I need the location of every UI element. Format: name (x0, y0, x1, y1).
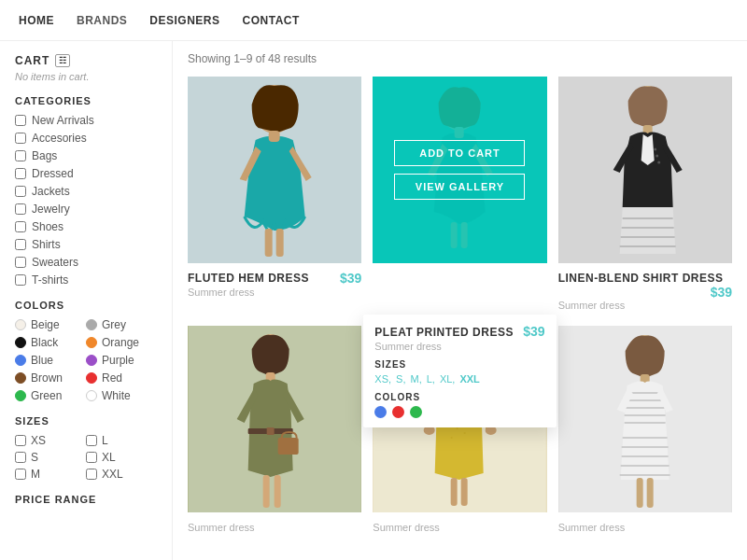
product-image-4 (188, 326, 361, 512)
product-price-1: $39 (340, 271, 361, 286)
popup-color-green[interactable] (410, 406, 422, 418)
svg-rect-26 (263, 475, 270, 508)
svg-rect-2 (269, 131, 280, 142)
popup-colors-label: COLORS (374, 392, 544, 402)
popup-sizes-label: SIZES (374, 359, 544, 370)
categories-title: CATEGORIES (15, 95, 157, 106)
svg-rect-41 (461, 478, 468, 506)
cart-title: CART ☷ (15, 54, 157, 67)
product-type-6: Summer dress (558, 522, 732, 533)
product-card-4[interactable]: Summer dress (188, 326, 361, 537)
cart-icon[interactable]: ☷ (55, 54, 70, 67)
sizes-title: SIZES (15, 415, 157, 427)
products-grid: FLUTED HEM DRESS $39 Summer dress (188, 77, 732, 537)
main-nav: HOME BRANDS DESIGNERS CONTACT (0, 0, 747, 41)
svg-rect-24 (267, 427, 275, 435)
popup-color-red[interactable] (392, 406, 404, 418)
color-black[interactable]: Black (15, 336, 86, 349)
product-type-5: Summer dress (373, 522, 546, 533)
price-range-title: PRICE RANGE (15, 494, 157, 505)
category-tshirts[interactable]: T-shirts (15, 273, 157, 287)
svg-point-18 (657, 161, 660, 164)
product-info-3: LINEN-BLEND SHIRT DRESS $39 Summer dress (558, 263, 732, 315)
category-dressed[interactable]: Dressed (15, 167, 157, 180)
results-count: Showing 1–9 of 48 results (188, 52, 732, 65)
svg-point-37 (464, 432, 466, 434)
size-xxl[interactable]: XXL (86, 468, 157, 481)
sizes-grid: XS L S XL M XXL (15, 434, 157, 481)
product-type-3: Summer dress (558, 300, 732, 311)
nav-home[interactable]: HOME (19, 14, 54, 27)
popup-product-name: PLEAT PRINTED DRESS (374, 326, 514, 339)
sizes-section: SIZES XS L S XL M XXL (15, 415, 157, 481)
svg-rect-3 (265, 229, 273, 257)
size-l[interactable]: L (86, 434, 157, 447)
sidebar: CART ☷ No items in cart. CATEGORIES New … (0, 41, 173, 560)
color-red[interactable]: Red (86, 371, 157, 385)
svg-rect-27 (275, 475, 281, 508)
popup-product-type: Summer dress (374, 341, 544, 352)
category-shirts[interactable]: Shirts (15, 238, 157, 251)
size-xl[interactable]: XL (86, 451, 157, 464)
nav-designers[interactable]: DESIGNERS (149, 14, 219, 27)
svg-rect-56 (646, 478, 653, 508)
product-overlay-2: ADD TO CART VIEW GALLERY (373, 77, 546, 263)
category-jackets[interactable]: Jackets (15, 185, 157, 198)
size-xs[interactable]: XS (15, 434, 86, 447)
product-image-2: ADD TO CART VIEW GALLERY (373, 77, 546, 263)
cart-section: CART ☷ No items in cart. (15, 54, 157, 82)
category-sweaters[interactable]: Sweaters (15, 256, 157, 269)
popup-product-price: $39 (523, 324, 544, 339)
color-green[interactable]: Green (15, 389, 86, 402)
color-purple[interactable]: Purple (86, 354, 157, 367)
product-image-6 (558, 326, 732, 512)
product-card-6[interactable]: Summer dress (558, 326, 732, 537)
category-accesories[interactable]: Accesories (15, 132, 157, 145)
color-blue[interactable]: Blue (15, 354, 86, 367)
product-card-3[interactable]: LINEN-BLEND SHIRT DRESS $39 Summer dress (558, 77, 732, 315)
popup-sizes: XS, S, M, L, XL, XXL (374, 373, 544, 385)
product-info-6: Summer dress (558, 512, 732, 537)
popup-color-blue[interactable] (374, 406, 387, 418)
add-to-cart-button[interactable]: ADD TO CART (394, 140, 525, 166)
view-gallery-button[interactable]: VIEW GALLERY (394, 174, 525, 200)
nav-contact[interactable]: CONTACT (243, 14, 300, 27)
cart-empty-text: No items in cart. (15, 71, 157, 82)
category-shoes[interactable]: Shoes (15, 220, 157, 233)
colors-grid: Beige Grey Black Orange Blue Purple Brow… (15, 318, 157, 402)
svg-point-36 (451, 437, 453, 439)
svg-rect-25 (278, 438, 299, 455)
category-jewelry[interactable]: Jewelry (15, 203, 157, 216)
svg-rect-40 (451, 478, 458, 506)
product-image-3 (558, 77, 732, 263)
colors-title: COLORS (15, 300, 157, 311)
category-new-arrivals[interactable]: New Arrivals (15, 114, 157, 127)
product-info-1: FLUTED HEM DRESS $39 Summer dress (188, 263, 361, 301)
product-image-1 (188, 77, 361, 263)
product-type-1: Summer dress (188, 287, 361, 298)
product-card-2[interactable]: ADD TO CART VIEW GALLERY PLEAT PRINTED D… (373, 77, 546, 315)
color-orange[interactable]: Orange (86, 336, 157, 349)
popup-colors (374, 406, 544, 418)
color-brown[interactable]: Brown (15, 371, 86, 385)
product-type-4: Summer dress (188, 522, 361, 533)
color-white[interactable]: White (86, 389, 157, 402)
product-card-1[interactable]: FLUTED HEM DRESS $39 Summer dress (188, 77, 361, 315)
nav-brands[interactable]: BRANDS (77, 14, 127, 27)
size-m[interactable]: M (15, 468, 86, 481)
color-grey[interactable]: Grey (86, 318, 157, 331)
svg-rect-4 (276, 229, 284, 257)
size-s[interactable]: S (15, 451, 86, 464)
cart-label: CART (15, 54, 49, 67)
product-price-3: $39 (711, 285, 732, 300)
product-name-1: FLUTED HEM DRESS (188, 272, 309, 285)
product-info-5: Summer dress (373, 512, 546, 537)
color-beige[interactable]: Beige (15, 318, 86, 331)
category-bags[interactable]: Bags (15, 149, 157, 162)
svg-point-35 (457, 427, 458, 429)
product-name-3: LINEN-BLEND SHIRT DRESS (558, 272, 724, 285)
price-range-section: PRICE RANGE (15, 494, 157, 505)
categories-section: CATEGORIES New Arrivals Accesories Bags … (15, 95, 157, 287)
svg-point-17 (655, 155, 658, 158)
product-info-4: Summer dress (188, 512, 361, 537)
